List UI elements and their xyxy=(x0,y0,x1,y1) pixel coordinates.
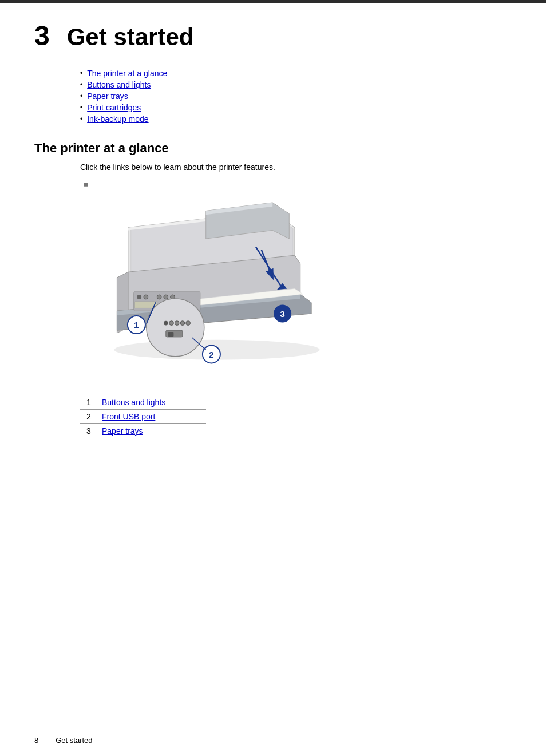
chapter-number: 3 xyxy=(34,20,50,52)
link-buttons-lights[interactable]: Buttons and lights xyxy=(102,398,165,407)
link-front-usb[interactable]: Front USB port xyxy=(102,412,155,421)
ref-number-3: 3 xyxy=(80,424,97,438)
table-row: 3 Paper trays xyxy=(80,424,206,438)
toc-link-buttons-lights[interactable]: Buttons and lights xyxy=(87,80,151,89)
ref-link-1: Buttons and lights xyxy=(97,395,206,410)
toc-link-print-cartridges[interactable]: Print cartridges xyxy=(87,103,141,112)
chapter-title: Get started xyxy=(67,23,194,51)
section-intro: Click the links below to learn about the… xyxy=(80,163,512,172)
printer-illustration: 3 xyxy=(80,183,321,372)
page-content: 3 Get started The printer at a glance Bu… xyxy=(0,3,546,473)
section-title: The printer at a glance xyxy=(34,141,512,156)
ref-number-2: 2 xyxy=(80,410,97,424)
ref-link-3: Paper trays xyxy=(97,424,206,438)
table-row: 2 Front USB port xyxy=(80,410,206,424)
page-footer: 8 Get started xyxy=(34,736,512,745)
svg-point-15 xyxy=(164,321,168,326)
toc-link-printer-glance[interactable]: The printer at a glance xyxy=(87,69,167,78)
ref-number-1: 1 xyxy=(80,395,97,410)
svg-point-17 xyxy=(175,321,179,326)
toc-item-1: The printer at a glance xyxy=(80,69,512,78)
printer-diagram: 3 xyxy=(80,183,321,383)
toc-item-3: Paper trays xyxy=(80,92,512,101)
toc-list: The printer at a glance Buttons and ligh… xyxy=(80,69,512,124)
svg-point-11 xyxy=(164,295,168,299)
svg-rect-21 xyxy=(168,332,174,337)
toc-item-2: Buttons and lights xyxy=(80,80,512,89)
svg-point-16 xyxy=(169,321,174,326)
svg-point-10 xyxy=(157,295,161,299)
link-paper-trays[interactable]: Paper trays xyxy=(102,426,143,436)
svg-point-18 xyxy=(180,321,185,326)
toc-link-ink-backup[interactable]: Ink-backup mode xyxy=(87,114,148,124)
table-row: 1 Buttons and lights xyxy=(80,395,206,410)
svg-point-7 xyxy=(137,295,141,299)
svg-text:2: 2 xyxy=(209,350,214,359)
footer-page-number: 8 xyxy=(34,736,38,745)
reference-table: 1 Buttons and lights 2 Front USB port 3 … xyxy=(80,395,206,438)
ref-link-2: Front USB port xyxy=(97,410,206,424)
svg-text:3: 3 xyxy=(280,309,285,319)
svg-point-8 xyxy=(144,295,148,299)
toc-item-5: Ink-backup mode xyxy=(80,114,512,124)
svg-point-14 xyxy=(147,299,204,357)
svg-point-19 xyxy=(186,321,191,326)
footer-chapter-label: Get started xyxy=(56,736,92,745)
toc-item-4: Print cartridges xyxy=(80,103,512,112)
chapter-header: 3 Get started xyxy=(34,20,512,52)
svg-rect-9 xyxy=(84,183,88,187)
toc-link-paper-trays[interactable]: Paper trays xyxy=(87,92,128,101)
svg-text:1: 1 xyxy=(134,320,139,330)
